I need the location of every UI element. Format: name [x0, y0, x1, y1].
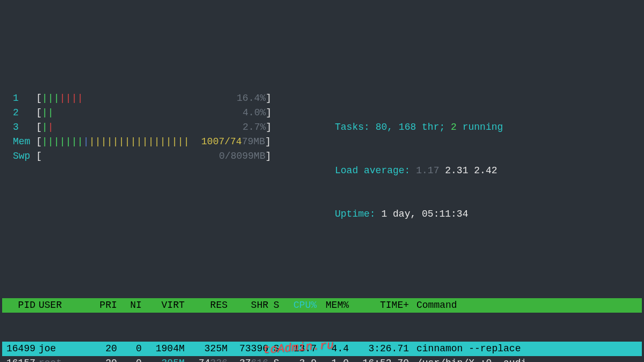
- load-line: Load average: 1.17 2.31 2.42: [335, 164, 642, 178]
- process-table-body[interactable]: 16499 joe 20 0 1904M 325M 73396 S 13.7 4…: [2, 342, 642, 362]
- process-row[interactable]: 16499 joe 20 0 1904M 325M 73396 S 13.7 4…: [2, 342, 642, 356]
- process-table-header[interactable]: PID USER PRI NI VIRT RES SHR S CPU% MEM%…: [2, 298, 642, 313]
- col-pri[interactable]: PRI: [87, 298, 117, 313]
- col-res[interactable]: RES: [185, 298, 228, 313]
- col-s[interactable]: S: [268, 298, 284, 313]
- col-cmd[interactable]: Command: [411, 298, 642, 313]
- system-summary: Tasks: 80, 168 thr; 2 running Load avera…: [303, 91, 642, 250]
- col-mem[interactable]: MEM%: [317, 298, 349, 313]
- tasks-line: Tasks: 80, 168 thr; 2 running: [335, 120, 642, 135]
- col-user[interactable]: USER: [39, 298, 87, 313]
- meters-panel: 1 [||||||| 16.4%]2 [|| 4.0%]3 [|| 2.7%]M…: [2, 62, 642, 265]
- col-time[interactable]: TIME+: [349, 298, 411, 313]
- cpu-mem-meters: 1 [||||||| 16.4%]2 [|| 4.0%]3 [|| 2.7%]M…: [13, 91, 303, 250]
- uptime-line: Uptime: 1 day, 05:11:34: [335, 207, 642, 221]
- col-virt[interactable]: VIRT: [142, 298, 185, 313]
- process-row[interactable]: 16157 root 20 0 305M 74336 37616 S 3.9 1…: [2, 356, 642, 362]
- col-pid[interactable]: PID: [2, 298, 39, 313]
- col-shr[interactable]: SHR: [228, 298, 268, 313]
- col-ni[interactable]: NI: [117, 298, 142, 313]
- col-cpu[interactable]: CPU%: [284, 298, 317, 313]
